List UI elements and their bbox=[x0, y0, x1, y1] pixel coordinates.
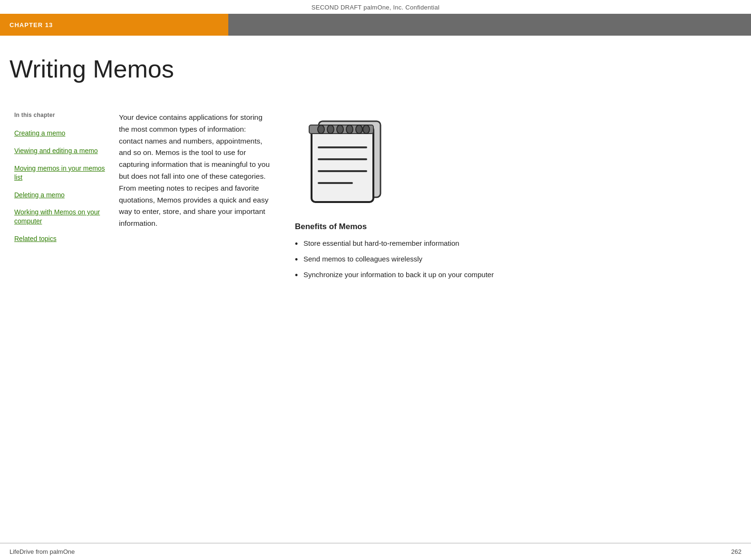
page-footer: LifeDrive from palmOne 262 bbox=[0, 543, 751, 560]
main-layout: In this chapter Creating a memo Viewing … bbox=[10, 112, 741, 285]
nav-link-working-with-memos[interactable]: Working with Memos on your computer bbox=[14, 208, 109, 226]
footer-page-number: 262 bbox=[731, 548, 741, 555]
nav-link-creating-memo[interactable]: Creating a memo bbox=[14, 129, 109, 138]
left-nav: In this chapter Creating a memo Viewing … bbox=[14, 112, 119, 285]
benefit-item-1: Store essential but hard-to-remember inf… bbox=[295, 238, 494, 248]
benefits-list: Store essential but hard-to-remember inf… bbox=[295, 238, 494, 280]
svg-rect-1 bbox=[312, 126, 373, 202]
memo-icon bbox=[304, 112, 390, 212]
page-content: Writing Memos In this chapter Creating a… bbox=[0, 36, 751, 285]
nav-link-deleting-memo[interactable]: Deleting a memo bbox=[14, 191, 109, 200]
svg-point-3 bbox=[318, 125, 324, 134]
benefit-item-3: Synchronize your information to back it … bbox=[295, 270, 494, 280]
chapter-bar: CHAPTER 13 bbox=[0, 14, 751, 36]
benefits-section: Benefits of Memos Store essential but ha… bbox=[290, 222, 494, 285]
watermark: SECOND DRAFT palmOne, Inc. Confidential bbox=[0, 0, 751, 14]
benefits-title: Benefits of Memos bbox=[295, 222, 494, 232]
chapter-label: CHAPTER 13 bbox=[10, 21, 53, 29]
page-title: Writing Memos bbox=[10, 36, 741, 107]
chapter-bar-orange: CHAPTER 13 bbox=[0, 14, 228, 36]
svg-point-8 bbox=[363, 125, 370, 134]
chapter-bar-gray bbox=[228, 14, 751, 36]
svg-point-5 bbox=[337, 125, 343, 134]
svg-point-6 bbox=[346, 125, 353, 134]
in-this-chapter-label: In this chapter bbox=[14, 112, 109, 118]
nav-link-related-topics[interactable]: Related topics bbox=[14, 234, 109, 243]
svg-point-4 bbox=[327, 125, 334, 134]
footer-left: LifeDrive from palmOne bbox=[10, 548, 75, 555]
nav-link-viewing-editing-memo[interactable]: Viewing and editing a memo bbox=[14, 146, 109, 155]
benefit-item-2: Send memos to colleagues wirelessly bbox=[295, 254, 494, 264]
right-col: Benefits of Memos Store essential but ha… bbox=[290, 112, 737, 285]
nav-link-moving-memos[interactable]: Moving memos in your memos list bbox=[14, 164, 109, 182]
svg-point-7 bbox=[356, 125, 362, 134]
body-text: Your device contains applications for st… bbox=[119, 112, 290, 285]
